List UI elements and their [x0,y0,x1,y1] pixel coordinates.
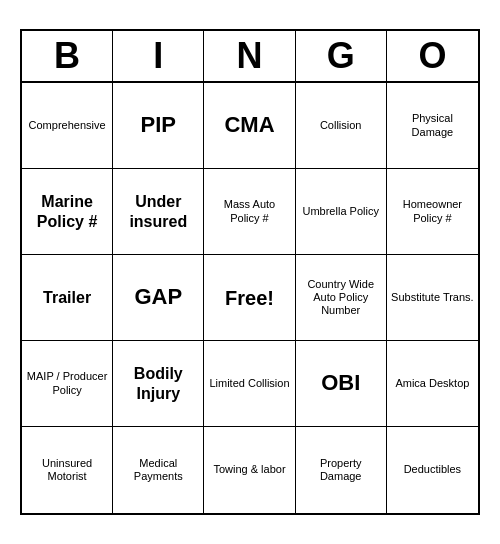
bingo-cell: Mass Auto Policy # [204,169,295,255]
cell-text: Comprehensive [29,119,106,132]
bingo-cell: Collision [296,83,387,169]
bingo-cell: GAP [113,255,204,341]
cell-text: Medical Payments [117,457,199,483]
bingo-cell: CMA [204,83,295,169]
cell-text: Amica Desktop [395,377,469,390]
cell-text: Homeowner Policy # [391,198,474,224]
bingo-cell: Physical Damage [387,83,478,169]
cell-text: Limited Collision [209,377,289,390]
cell-text: Trailer [43,288,91,307]
cell-text: Uninsured Motorist [26,457,108,483]
cell-text: Physical Damage [391,112,474,138]
bingo-cell: Homeowner Policy # [387,169,478,255]
bingo-cell: Free! [204,255,295,341]
header-letter: I [113,31,204,81]
bingo-cell: Medical Payments [113,427,204,513]
cell-text: Under insured [117,192,199,230]
bingo-cell: OBI [296,341,387,427]
bingo-cell: Trailer [22,255,113,341]
header-letter: N [204,31,295,81]
bingo-cell: Marine Policy # [22,169,113,255]
cell-text: CMA [224,112,274,138]
bingo-cell: Towing & labor [204,427,295,513]
bingo-header: BINGO [22,31,478,83]
bingo-cell: Country Wide Auto Policy Number [296,255,387,341]
bingo-card: BINGO ComprehensivePIPCMACollisionPhysic… [20,29,480,515]
bingo-cell: Uninsured Motorist [22,427,113,513]
header-letter: G [296,31,387,81]
bingo-cell: Under insured [113,169,204,255]
cell-text: Substitute Trans. [391,291,474,304]
cell-text: GAP [134,284,182,310]
cell-text: Country Wide Auto Policy Number [300,278,382,318]
bingo-cell: MAIP / Producer Policy [22,341,113,427]
cell-text: Bodily Injury [117,364,199,402]
cell-text: PIP [141,112,176,138]
bingo-cell: Umbrella Policy [296,169,387,255]
cell-text: Umbrella Policy [302,205,378,218]
cell-text: Marine Policy # [26,192,108,230]
bingo-cell: PIP [113,83,204,169]
header-letter: B [22,31,113,81]
cell-text: Deductibles [404,463,461,476]
cell-text: Collision [320,119,362,132]
bingo-cell: Deductibles [387,427,478,513]
bingo-grid: ComprehensivePIPCMACollisionPhysical Dam… [22,83,478,513]
cell-text: Towing & labor [213,463,285,476]
bingo-cell: Bodily Injury [113,341,204,427]
cell-text: OBI [321,370,360,396]
header-letter: O [387,31,478,81]
cell-text: Free! [225,286,274,310]
bingo-cell: Limited Collision [204,341,295,427]
bingo-cell: Substitute Trans. [387,255,478,341]
bingo-cell: Comprehensive [22,83,113,169]
cell-text: MAIP / Producer Policy [26,370,108,396]
cell-text: Property Damage [300,457,382,483]
bingo-cell: Property Damage [296,427,387,513]
bingo-cell: Amica Desktop [387,341,478,427]
cell-text: Mass Auto Policy # [208,198,290,224]
